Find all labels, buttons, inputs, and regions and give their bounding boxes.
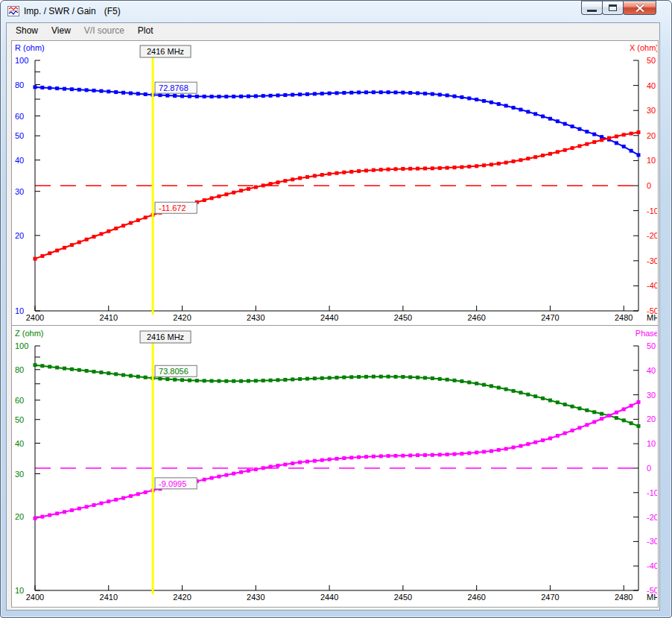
svg-text:-30: -30 bbox=[647, 537, 657, 546]
svg-text:2400: 2400 bbox=[26, 593, 44, 602]
x-axis-unit: MHz bbox=[647, 313, 657, 322]
svg-text:73.8056: 73.8056 bbox=[159, 367, 188, 376]
series-x-markers bbox=[34, 130, 641, 261]
svg-text:2416 MHz: 2416 MHz bbox=[147, 47, 184, 56]
svg-text:50: 50 bbox=[647, 56, 656, 65]
svg-text:2430: 2430 bbox=[247, 313, 264, 322]
svg-text:10: 10 bbox=[15, 306, 24, 315]
cursor-readout-z: 73.8056 bbox=[155, 365, 197, 376]
titlebar[interactable]: Imp. / SWR / Gain(F5) bbox=[1, 1, 671, 22]
svg-text:-11.672: -11.672 bbox=[159, 204, 186, 212]
left-axis-title: Z (ohm) bbox=[15, 329, 44, 338]
series-z-markers bbox=[34, 363, 641, 428]
svg-text:-20: -20 bbox=[647, 513, 657, 522]
svg-text:-40: -40 bbox=[647, 561, 657, 570]
svg-text:0: 0 bbox=[647, 464, 651, 473]
svg-text:-9.0995: -9.0995 bbox=[159, 479, 186, 488]
svg-text:2480: 2480 bbox=[615, 593, 633, 602]
series-phase-markers bbox=[34, 400, 641, 520]
svg-text:2440: 2440 bbox=[320, 313, 338, 322]
svg-text:-30: -30 bbox=[647, 256, 657, 265]
svg-text:20: 20 bbox=[647, 131, 656, 140]
menu-item-plot[interactable]: Plot bbox=[131, 23, 160, 39]
menu-item-v-i-source: V/I source bbox=[77, 23, 131, 39]
svg-text:40: 40 bbox=[647, 366, 656, 375]
svg-text:72.8768: 72.8768 bbox=[159, 83, 188, 92]
cursor-frequency-label: 2416 MHz bbox=[140, 331, 191, 343]
svg-text:20: 20 bbox=[647, 414, 656, 423]
svg-text:2460: 2460 bbox=[467, 313, 485, 322]
svg-text:2416 MHz: 2416 MHz bbox=[147, 332, 184, 341]
svg-text:-20: -20 bbox=[647, 231, 657, 240]
app-window: Imp. / SWR / Gain(F5) ShowViewV/I source… bbox=[0, 0, 672, 618]
window-controls bbox=[582, 1, 656, 15]
svg-text:10: 10 bbox=[15, 586, 24, 595]
chart-panel: 10080605040302010R (ohm)-50-40-30-20-100… bbox=[11, 40, 659, 608]
svg-text:10: 10 bbox=[647, 156, 656, 165]
svg-text:2470: 2470 bbox=[541, 313, 559, 322]
svg-text:2420: 2420 bbox=[173, 313, 191, 322]
magnitude-phase-chart[interactable]: 10080605040302010Z (ohm)-50-40-30-20-100… bbox=[12, 327, 658, 607]
svg-text:50: 50 bbox=[15, 415, 24, 424]
svg-text:-40: -40 bbox=[647, 281, 657, 290]
svg-text:2430: 2430 bbox=[247, 593, 264, 602]
svg-text:-10: -10 bbox=[647, 206, 657, 215]
svg-text:2450: 2450 bbox=[394, 313, 412, 322]
svg-text:2400: 2400 bbox=[26, 313, 44, 322]
svg-text:40: 40 bbox=[15, 439, 24, 448]
svg-text:2420: 2420 bbox=[173, 593, 191, 602]
app-icon bbox=[7, 5, 19, 17]
svg-text:2440: 2440 bbox=[320, 593, 338, 602]
svg-text:40: 40 bbox=[647, 81, 656, 90]
close-button[interactable] bbox=[623, 1, 656, 15]
right-axis-title: X (ohm) bbox=[630, 43, 657, 52]
svg-text:30: 30 bbox=[15, 187, 24, 196]
x-axis-unit: MHz bbox=[647, 593, 657, 602]
series-r-line bbox=[35, 87, 638, 155]
svg-text:20: 20 bbox=[15, 231, 24, 240]
svg-text:0: 0 bbox=[647, 181, 651, 190]
svg-text:80: 80 bbox=[15, 81, 24, 89]
cursor-readout-x: -11.672 bbox=[155, 202, 197, 213]
svg-text:30: 30 bbox=[647, 391, 656, 400]
menu-item-view[interactable]: View bbox=[45, 23, 77, 39]
series-z-line bbox=[35, 365, 638, 426]
svg-text:80: 80 bbox=[15, 365, 24, 374]
svg-text:100: 100 bbox=[15, 56, 28, 65]
right-axis-title: Phase bbox=[635, 329, 657, 338]
svg-text:30: 30 bbox=[647, 106, 656, 115]
svg-text:2410: 2410 bbox=[100, 593, 118, 602]
window-title-hotkey: (F5) bbox=[104, 6, 121, 16]
svg-text:60: 60 bbox=[15, 112, 24, 121]
close-icon bbox=[635, 4, 645, 13]
svg-text:100: 100 bbox=[15, 341, 28, 350]
magnitude-phase-plot: 10080605040302010Z (ohm)-50-40-30-20-100… bbox=[12, 327, 657, 607]
svg-text:50: 50 bbox=[647, 341, 656, 350]
svg-text:60: 60 bbox=[15, 396, 24, 405]
maximize-icon bbox=[609, 4, 617, 11]
svg-text:20: 20 bbox=[15, 512, 24, 521]
cursor-readout-phase: -9.0995 bbox=[155, 478, 197, 489]
minimize-icon bbox=[587, 10, 597, 12]
menu-item-show[interactable]: Show bbox=[9, 23, 45, 39]
svg-text:40: 40 bbox=[15, 156, 24, 165]
window-title: Imp. / SWR / Gain(F5) bbox=[24, 6, 121, 16]
series-r-markers bbox=[34, 85, 641, 157]
minimize-button[interactable] bbox=[581, 1, 603, 15]
svg-text:2480: 2480 bbox=[615, 313, 633, 322]
maximize-button[interactable] bbox=[602, 1, 624, 15]
cursor-readout-r: 72.8768 bbox=[155, 82, 197, 93]
svg-text:2410: 2410 bbox=[100, 313, 118, 322]
svg-text:10: 10 bbox=[647, 439, 656, 448]
series-x-line bbox=[35, 132, 638, 259]
svg-text:2470: 2470 bbox=[541, 593, 559, 602]
impedance-r-x-plot: 10080605040302010R (ohm)-50-40-30-20-100… bbox=[12, 41, 657, 325]
menubar: ShowViewV/I sourcePlot bbox=[7, 23, 659, 40]
client-area: ShowViewV/I sourcePlot 10080605040302010… bbox=[6, 22, 660, 611]
svg-text:2450: 2450 bbox=[394, 593, 412, 602]
cursor-frequency-label: 2416 MHz bbox=[140, 45, 191, 57]
svg-text:50: 50 bbox=[15, 131, 24, 140]
svg-text:30: 30 bbox=[15, 470, 24, 479]
svg-text:-10: -10 bbox=[647, 488, 657, 497]
impedance-r-x-chart[interactable]: 10080605040302010R (ohm)-50-40-30-20-100… bbox=[12, 41, 658, 325]
